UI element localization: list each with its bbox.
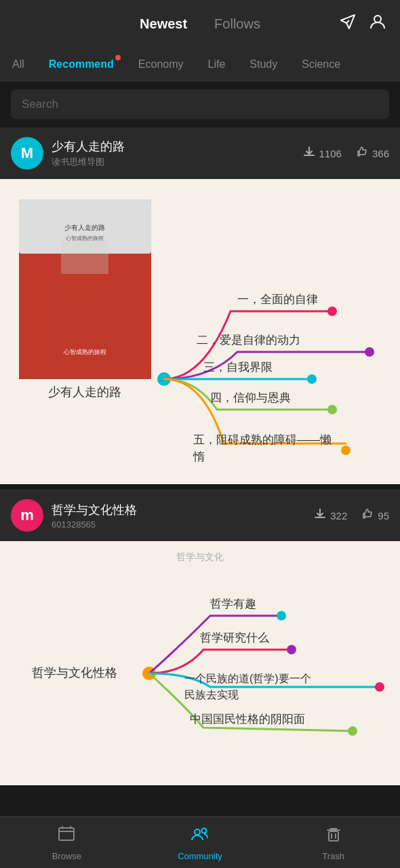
header-icons [339,13,386,35]
card-1-like-count: 366 [372,148,389,159]
card-1-header: M 少有人走的路 读书思维导图 1106 [0,127,400,179]
svg-text:一，全面的自律: 一，全面的自律 [237,293,318,306]
card-1-stats: 1106 366 [302,145,389,162]
card-1-title: 少有人走的路 [52,138,302,155]
svg-rect-5 [61,240,108,274]
bottom-nav: Browse Community Trash [0,816,400,868]
svg-text:四，信仰与恩典: 四，信仰与恩典 [210,391,291,404]
card-2-downloads: 322 [313,507,347,524]
nav-browse[interactable]: Browse [0,825,134,861]
svg-text:民族去实现: 民族去实现 [184,689,239,701]
card-1-likes: 366 [355,145,389,162]
card-2: m 哲学与文化性格 601328565 322 [0,490,400,785]
nav-trash[interactable]: Trash [266,825,400,861]
card-2-like-count: 95 [378,510,389,521]
community-label: Community [178,851,222,861]
card-1-subtitle: 读书思维导图 [52,156,302,168]
card-2-avatar: m [11,499,43,532]
svg-point-0 [374,16,381,22]
tab-follows[interactable]: Follows [214,16,260,32]
category-science[interactable]: Science [296,55,346,74]
card-1-mindmap: 少有人走的路 心智成熟的旅程 心智成熟的旅程 少有人走的路 一，全面的自律 二，… [0,179,400,484]
search-bar [0,81,400,127]
like-icon [355,145,369,162]
send-icon[interactable] [339,13,357,35]
category-all[interactable]: All [7,55,30,74]
svg-rect-33 [59,828,74,840]
card-2-mindmap: 哲学与文化 哲学与文化性格 哲学有趣 哲学研究什么 一个民族的道(哲学)要一个 … [0,541,400,785]
profile-icon[interactable] [369,13,386,35]
svg-point-35 [202,828,207,833]
trash-icon [324,825,343,848]
card-1: M 少有人走的路 读书思维导图 1106 [0,127,400,484]
header-tabs: Newest Follows [140,16,260,32]
browse-icon [57,825,76,848]
svg-text:心智成熟的旅程: 心智成熟的旅程 [63,349,106,355]
card-1-meta: 少有人走的路 读书思维导图 [52,138,302,168]
browse-label: Browse [52,851,81,861]
svg-text:惰: 惰 [193,450,205,463]
category-life[interactable]: Life [203,55,231,74]
svg-point-14 [307,374,317,384]
card-1-avatar: M [11,137,43,170]
card-2-download-count: 322 [330,510,347,521]
svg-point-16 [327,405,337,414]
svg-point-26 [287,645,296,654]
category-recommend[interactable]: Recommend [43,55,119,74]
svg-rect-36 [329,831,338,841]
card-1-downloads: 1106 [302,145,342,162]
svg-point-10 [327,307,337,316]
trash-label: Trash [322,851,344,861]
download-icon [302,145,316,162]
svg-text:少有人走的路: 少有人走的路 [64,224,105,231]
svg-point-34 [195,829,200,835]
card-2-subtitle: 601328565 [52,519,313,530]
svg-text:哲学与文化性格: 哲学与文化性格 [32,666,117,679]
svg-point-12 [365,347,374,357]
card-2-title: 哲学与文化性格 [52,502,313,518]
notification-dot [115,55,121,60]
like-icon-2 [361,507,374,524]
svg-point-18 [341,446,351,455]
svg-text:一个民族的道(哲学)要一个: 一个民族的道(哲学)要一个 [184,673,311,684]
card-2-stats: 322 95 [313,507,389,524]
svg-point-28 [375,682,384,692]
svg-text:二，爱是自律的动力: 二，爱是自律的动力 [197,334,300,347]
svg-point-24 [277,611,286,620]
svg-text:五，阻碍成熟的障碍——懒: 五，阻碍成熟的障碍——懒 [193,433,332,446]
card-1-download-count: 1106 [319,148,342,159]
svg-text:哲学与文化: 哲学与文化 [176,551,224,562]
community-icon [191,825,209,848]
search-input[interactable] [11,90,389,119]
svg-text:中国国民性格的阴阳面: 中国国民性格的阴阳面 [190,713,305,726]
header: Newest Follows [0,0,400,47]
tab-newest[interactable]: Newest [140,16,187,32]
download-icon-2 [313,507,327,524]
card-2-likes: 95 [361,507,389,524]
svg-text:三，自我界限: 三，自我界限 [203,361,273,374]
svg-text:少有人走的路: 少有人走的路 [48,385,121,399]
svg-text:哲学有趣: 哲学有趣 [210,597,256,610]
svg-point-31 [348,726,357,736]
category-economy[interactable]: Economy [133,55,189,74]
category-bar: All Recommend Economy Life Study Science [0,47,400,81]
nav-community[interactable]: Community [134,825,267,861]
card-2-meta: 哲学与文化性格 601328565 [52,502,313,530]
svg-text:哲学研究什么: 哲学研究什么 [200,631,269,644]
card-2-header: m 哲学与文化性格 601328565 322 [0,490,400,541]
category-study[interactable]: Study [244,55,283,74]
